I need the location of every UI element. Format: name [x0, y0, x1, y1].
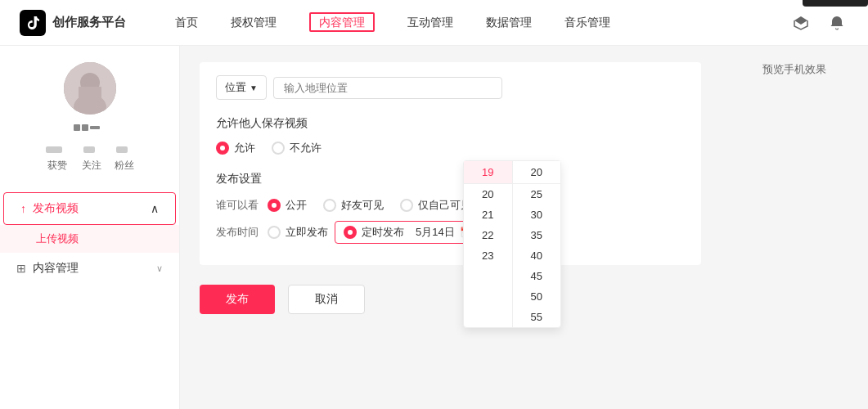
publish-button[interactable]: 发布: [200, 285, 275, 314]
hat-icon[interactable]: [789, 11, 812, 34]
nav-link-auth[interactable]: 授权管理: [231, 12, 277, 34]
upload-video-label: 上传视频: [36, 232, 79, 245]
preview-label: 预览手机效果: [734, 62, 855, 77]
svg-rect-5: [74, 124, 80, 131]
grid-icon: ⊞: [16, 262, 26, 275]
visibility-private[interactable]: 仅自己可见: [400, 198, 471, 213]
nav-link-data[interactable]: 数据管理: [486, 12, 532, 34]
visibility-friends-label: 好友可见: [341, 198, 384, 213]
save-disallow[interactable]: 不允许: [272, 141, 322, 155]
time-min-25[interactable]: 25: [513, 184, 561, 204]
form-section: 位置 ▼ 允许他人保存视频 允许 不允许: [200, 62, 701, 265]
time-min-50[interactable]: 50: [513, 286, 561, 307]
location-select[interactable]: 位置 ▼: [216, 75, 267, 100]
followers-label: 粉丝: [115, 159, 134, 173]
visibility-options: 公开 好友可见 仅自己可见: [268, 198, 471, 213]
menu-publish-label: 发布视频: [33, 201, 79, 216]
nav-icons: [789, 11, 848, 34]
scheduled-date: 5月14日: [416, 225, 455, 240]
time-min-40[interactable]: 40: [513, 245, 561, 266]
time-col-minutes-header[interactable]: 20: [513, 161, 561, 184]
logo-icon: [20, 10, 46, 36]
upload-icon: ↑: [20, 202, 26, 215]
content-area: 位置 ▼ 允许他人保存视频 允许 不允许: [180, 46, 721, 409]
save-disallow-label: 不允许: [290, 141, 322, 155]
time-immediate[interactable]: 立即发布: [268, 225, 328, 240]
svg-rect-4: [79, 87, 101, 103]
time-immediate-radio[interactable]: [268, 226, 281, 239]
following-value: [83, 145, 100, 157]
svg-rect-8: [46, 146, 62, 153]
visibility-friends-radio[interactable]: [323, 199, 336, 212]
content-mgmt-label: 内容管理: [33, 261, 79, 276]
followers-value: [116, 145, 133, 157]
main-layout: 获赞 关注 粉丝: [0, 46, 868, 409]
publish-settings-title: 发布设置: [216, 172, 685, 187]
visibility-label: 谁可以看: [216, 198, 261, 213]
save-allow[interactable]: 允许: [216, 141, 255, 155]
visibility-row: 谁可以看 公开 好友可见 仅自己可见: [216, 198, 685, 213]
logo-area: 创作服务平台: [20, 10, 126, 36]
visibility-public[interactable]: 公开: [268, 198, 307, 213]
time-hour-21[interactable]: 21: [464, 204, 512, 225]
time-min-30[interactable]: 30: [513, 204, 561, 225]
time-immediate-label: 立即发布: [286, 225, 328, 240]
logo-text: 创作服务平台: [52, 15, 126, 30]
time-col-hours-header[interactable]: 19: [464, 161, 512, 184]
time-scheduled-label: 定时发布: [362, 225, 404, 240]
time-min-55[interactable]: 55: [513, 307, 561, 327]
time-scheduled-radio[interactable]: [344, 226, 357, 239]
save-video-options: 允许 不允许: [216, 141, 685, 155]
svg-rect-6: [82, 124, 88, 131]
svg-rect-0: [20, 10, 46, 36]
user-stats: 获赞 关注 粉丝: [46, 145, 134, 173]
nav-link-content[interactable]: 内容管理: [309, 12, 375, 34]
following-label: 关注: [82, 159, 101, 173]
nav-link-interact[interactable]: 互动管理: [407, 12, 453, 34]
chevron-up-icon: ∧: [151, 202, 159, 215]
avatar: [64, 62, 116, 115]
time-label: 发布时间: [216, 225, 261, 240]
visibility-public-label: 公开: [286, 198, 307, 213]
save-video-title: 允许他人保存视频: [216, 116, 685, 131]
likes-label: 获赞: [47, 159, 67, 173]
time-min-35[interactable]: 35: [513, 225, 561, 245]
save-allow-label: 允许: [234, 141, 255, 155]
location-input[interactable]: [273, 77, 502, 99]
location-row: 位置 ▼: [216, 75, 685, 100]
time-picker-dropdown[interactable]: 19 20 21 22 23 20 25 30 35 40 45 50 55: [463, 160, 561, 328]
nav-links: 首页 授权管理 内容管理 互动管理 数据管理 音乐管理: [175, 12, 789, 34]
right-panel: 预览手机效果: [721, 46, 868, 409]
nav-link-music[interactable]: 音乐管理: [564, 12, 610, 34]
time-hour-20[interactable]: 20: [464, 184, 512, 204]
avatar-image: [64, 62, 116, 115]
action-buttons: 发布 取消: [200, 285, 701, 314]
save-allow-radio[interactable]: [216, 142, 229, 155]
svg-rect-10: [116, 146, 128, 153]
visibility-public-radio[interactable]: [268, 199, 281, 212]
cancel-button[interactable]: 取消: [288, 285, 365, 314]
time-hour-23[interactable]: 23: [464, 245, 512, 266]
location-select-label: 位置: [225, 80, 246, 95]
sidebar-menu: ↑ 发布视频 ∧ 上传视频 ⊞ 内容管理 ∨: [0, 192, 179, 284]
time-scheduled-box[interactable]: 定时发布 5月14日 📅: [335, 221, 481, 244]
time-min-45[interactable]: 45: [513, 266, 561, 286]
location-select-arrow: ▼: [250, 83, 258, 92]
time-col-minutes: 20 25 30 35 40 45 50 55: [513, 161, 561, 327]
visibility-friends[interactable]: 好友可见: [323, 198, 384, 213]
publish-time-row: 发布时间 立即发布 定时发布 5月14日 📅: [216, 221, 685, 244]
nav-link-content-label: 内容管理: [309, 12, 375, 32]
likes-value: [46, 145, 69, 157]
save-disallow-radio[interactable]: [272, 142, 285, 155]
menu-item-content-mgmt[interactable]: ⊞ 内容管理 ∨: [0, 253, 179, 284]
menu-item-content-left: ⊞ 内容管理: [16, 261, 79, 276]
chevron-down-icon: ∨: [156, 263, 163, 274]
menu-item-upload-video[interactable]: 上传视频: [0, 225, 179, 253]
bell-icon[interactable]: [825, 11, 848, 34]
nav-link-home[interactable]: 首页: [175, 12, 198, 34]
visibility-private-radio[interactable]: [400, 199, 413, 212]
black-bar: [803, 0, 868, 7]
time-hour-22[interactable]: 22: [464, 225, 512, 245]
menu-item-publish-video[interactable]: ↑ 发布视频 ∧: [3, 192, 176, 225]
stat-following: 关注: [82, 145, 101, 173]
